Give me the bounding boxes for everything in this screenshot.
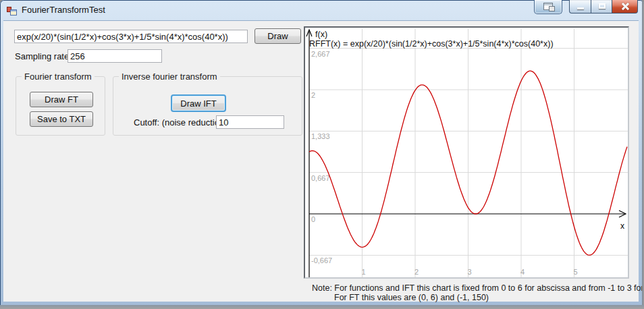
sampling-rate-label: Sampling rate:: [15, 51, 72, 61]
maximize-icon: [599, 3, 606, 9]
client-area: Draw Sampling rate: Fourier transform Dr…: [3, 20, 639, 302]
chart-note-line1: Note: For functions and IFT this chart i…: [312, 283, 644, 293]
app-icon[interactable]: [7, 5, 18, 16]
x-tick-label: 4: [520, 268, 525, 276]
cutoff-label: Cutoff: (noise reduction): [134, 117, 227, 128]
function-input[interactable]: [14, 30, 248, 43]
taskbar-thumbnail-button[interactable]: [534, 0, 562, 14]
fourier-transform-group: Fourier transform Draw FT Save to TXT: [16, 76, 105, 136]
x-tick-label: 1: [361, 268, 365, 276]
app-window: FourierTransformTest Draw Sampling rate:…: [0, 0, 644, 309]
caption-buttons: [569, 0, 638, 13]
x-tick-label: 3: [467, 268, 471, 276]
draw-button[interactable]: Draw: [254, 28, 301, 44]
function-chart: 123452,66721,3330,6670-0,667xf(x)RFFT(x)…: [305, 28, 628, 277]
y-tick-label: 1,333: [311, 132, 330, 140]
close-button[interactable]: [612, 0, 638, 13]
draw-ft-button[interactable]: Draw FT: [30, 92, 93, 107]
draw-ift-button[interactable]: Draw IFT: [171, 94, 226, 112]
chart-note-line2: For FT this values are (0, 6) and (-1, 1…: [334, 293, 644, 302]
save-to-txt-button[interactable]: Save to TXT: [30, 111, 93, 127]
x-tick-label: 5: [573, 268, 577, 276]
y-tick-label: -0,667: [311, 256, 332, 264]
y-tick-label: 0,667: [311, 174, 330, 182]
chart-note: Note: For functions and IFT this chart i…: [312, 283, 644, 302]
minimize-icon: [577, 7, 584, 9]
maximize-button[interactable]: [591, 0, 612, 13]
chart-formula: RFFT(x) = exp(x/20)*(sin(1/2*x)+cos(3*x)…: [309, 39, 554, 49]
window-thumbnail-icon: [543, 3, 553, 10]
x-tick-label: 2: [414, 268, 419, 276]
app-icon-form-square: [10, 9, 17, 16]
title-bar[interactable]: FourierTransformTest: [0, 0, 644, 20]
minimize-button[interactable]: [569, 0, 591, 13]
inverse-fourier-transform-group-title: Inverse fourier transform: [119, 72, 220, 82]
sampling-rate-input[interactable]: [68, 49, 162, 63]
y-tick-label: 0: [311, 215, 315, 223]
window-title: FourierTransformTest: [22, 5, 105, 15]
x-axis-label: x: [620, 221, 624, 231]
y-tick-label: 2: [311, 91, 315, 99]
chart-title: f(x): [315, 30, 327, 39]
chart-panel: 123452,66721,3330,6670-0,667xf(x)RFFT(x)…: [304, 26, 629, 279]
window-edge-bottom: [0, 305, 644, 309]
close-icon: [621, 3, 628, 10]
cutoff-input[interactable]: [216, 115, 284, 129]
y-tick-label: 2,667: [311, 50, 330, 58]
inverse-fourier-transform-group: Inverse fourier transform Draw IFT Cutof…: [113, 76, 302, 136]
fourier-transform-group-title: Fourier transform: [22, 72, 95, 82]
